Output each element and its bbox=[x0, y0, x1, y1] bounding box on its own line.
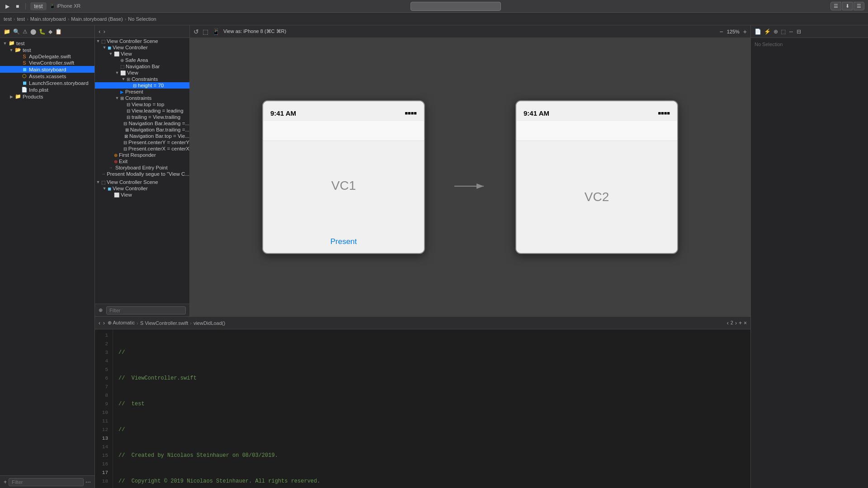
swift-icon: S bbox=[21, 54, 28, 59]
nav-folder-icon[interactable]: 📁 bbox=[4, 28, 10, 35]
nav-forward-btn[interactable]: › bbox=[103, 28, 105, 35]
editor-breadcrumb-automatic[interactable]: ⊕ Automatic bbox=[108, 320, 135, 326]
scene-safearea[interactable]: ⊕ Safe Area bbox=[95, 57, 189, 63]
scene-navtrailing[interactable]: ⊠ Navigation Bar.trailing =... bbox=[95, 127, 189, 133]
breadcrumb-mainstoryboard-base[interactable]: Main.storyboard (Base) bbox=[71, 16, 123, 22]
canvas-content[interactable]: 9:41 AM ■■■■ VC1 Present bbox=[190, 38, 750, 316]
scene-viewleading[interactable]: ⊟ View.leading = leading bbox=[95, 108, 189, 114]
scene-presentcentery[interactable]: ⊟ Present.centerY = centerY bbox=[95, 139, 189, 145]
vc1-present-text[interactable]: Present bbox=[330, 237, 357, 246]
inspector-quick-btn[interactable]: ⚡ bbox=[764, 28, 771, 35]
filter-options-button[interactable]: ⋯ bbox=[85, 479, 91, 485]
editor-close-btn[interactable]: × bbox=[744, 320, 747, 326]
breadcrumb-test2[interactable]: test bbox=[17, 16, 25, 22]
editor-nav-next[interactable]: › bbox=[103, 320, 105, 326]
canvas-refresh-btn[interactable]: ↺ bbox=[193, 28, 199, 35]
scene-presentcenterx[interactable]: ⊟ Present.centerX = centerX bbox=[95, 145, 189, 152]
scene-view1[interactable]: ▼ ⬜ View bbox=[95, 51, 189, 57]
vc2-body: VC2 bbox=[516, 141, 677, 253]
scene-filter-input[interactable] bbox=[106, 306, 186, 314]
editor-breadcrumb-file[interactable]: S ViewController.swift bbox=[140, 320, 188, 326]
scene-view-inner[interactable]: ▼ ⬜ View bbox=[95, 70, 189, 76]
inspector-toggle[interactable]: ☰ bbox=[854, 2, 864, 10]
scene-present[interactable]: ▶ Present bbox=[95, 89, 189, 95]
scene-vc1[interactable]: ▼ ◼ View Controller bbox=[95, 44, 189, 51]
add-file-button[interactable]: + bbox=[4, 479, 7, 485]
tree-item-launchscreen[interactable]: ◼ LaunchScreen.storyboard bbox=[0, 80, 94, 86]
scene-icon-present: ▶ bbox=[120, 89, 124, 94]
stop-button[interactable]: ■ bbox=[14, 2, 21, 10]
breadcrumb-no-selection[interactable]: No Selection bbox=[128, 16, 156, 22]
nav-warning-icon[interactable]: ⚠ bbox=[23, 28, 28, 35]
breadcrumb-mainstoryboard[interactable]: Main.storyboard bbox=[30, 16, 66, 22]
scene-arrow-vc2: ▼ bbox=[101, 186, 108, 191]
scene-vc-scene1[interactable]: ▼ ⬚ View Controller Scene bbox=[95, 38, 189, 44]
tree-item-test-folder[interactable]: ▼ 📂 test bbox=[0, 47, 94, 53]
scene-height-constraint[interactable]: ⊟ height = 70 bbox=[95, 82, 189, 89]
editor-breadcrumb-func[interactable]: viewDidLoad() bbox=[193, 320, 225, 326]
tree-item-viewcontroller[interactable]: S ViewController.swift bbox=[0, 60, 94, 66]
scene-label-presentcx: Present.centerX = centerX bbox=[128, 146, 189, 151]
scene-constraints-group[interactable]: ▼ ⊞ Constraints bbox=[95, 76, 189, 82]
scene-firstresponder[interactable]: ⊕ First Responder bbox=[95, 152, 189, 158]
tree-item-assets[interactable]: ⬡ Assets.xcassets bbox=[0, 73, 94, 80]
inspector-content: No Selection bbox=[751, 38, 868, 51]
scene-view2[interactable]: ⬜ View bbox=[95, 192, 189, 198]
zoom-out-btn[interactable]: − bbox=[719, 28, 723, 35]
scene-vc2[interactable]: ▼ ◼ View Controller bbox=[95, 185, 189, 192]
breadcrumb-test1[interactable]: test bbox=[4, 16, 12, 22]
scheme-selector[interactable]: test bbox=[30, 2, 46, 10]
inspector-identity-btn[interactable]: ⊕ bbox=[774, 28, 778, 35]
canvas-layout-btn[interactable]: ⬚ bbox=[203, 28, 208, 35]
tree-item-infoplist[interactable]: 📄 Info.plist bbox=[0, 86, 94, 93]
editor-nav-prev[interactable]: ‹ bbox=[99, 320, 100, 326]
debug-toggle[interactable]: ⬇ bbox=[842, 2, 853, 10]
scene-vc-scene2[interactable]: ▼ ⬚ View Controller Scene bbox=[95, 179, 189, 185]
scene-viewtop[interactable]: ⊟ View.top = top bbox=[95, 101, 189, 108]
vc1-container: 9:41 AM ■■■■ VC1 Present bbox=[262, 100, 425, 254]
navigator-toggle[interactable]: ☰ bbox=[830, 2, 841, 10]
navigator-header: 📁 🔍 ⚠ ⬤ 🐛 ◆ 📋 bbox=[0, 25, 94, 38]
scene-present-segue[interactable]: → Present Modally segue to "View C... bbox=[95, 171, 189, 177]
editor-add-btn[interactable]: + bbox=[739, 320, 742, 326]
tree-item-appdelegate[interactable]: S AppDelegate.swift bbox=[0, 53, 94, 60]
inspector-file-btn[interactable]: 📄 bbox=[755, 28, 761, 35]
nav-search-icon[interactable]: 🔍 bbox=[13, 28, 20, 35]
nav-test-icon[interactable]: ⬤ bbox=[30, 28, 36, 35]
editor-jump-next[interactable]: › bbox=[735, 320, 737, 326]
vc2-mockup: 9:41 AM ■■■■ VC2 bbox=[515, 100, 678, 254]
folder-open-icon: 📂 bbox=[14, 47, 22, 53]
vc1-label: VC1 bbox=[331, 141, 356, 230]
nav-breakpoint-icon[interactable]: ◆ bbox=[48, 28, 52, 35]
inspector-size-btn[interactable]: ↔ bbox=[788, 28, 794, 35]
filter-input[interactable] bbox=[9, 478, 84, 486]
breadcrumb-sep3: › bbox=[68, 16, 70, 22]
scene-trailing[interactable]: ⊟ trailing = View.trailing bbox=[95, 114, 189, 120]
scene-navbar[interactable]: ⬚ Navigation Bar bbox=[95, 63, 189, 70]
inspector-attr-btn[interactable]: ⬚ bbox=[781, 28, 786, 35]
zoom-in-btn[interactable]: + bbox=[743, 28, 747, 35]
scene-navtop[interactable]: ⊠ Navigation Bar.top = Vie... bbox=[95, 133, 189, 139]
editor-nav-arrows: ‹ 2 › + × bbox=[727, 320, 747, 326]
search-input[interactable] bbox=[410, 2, 501, 11]
code-line-5: // Created by Nicolaos Steinhauer on 08/… bbox=[118, 451, 750, 460]
scene-storyboard-entry[interactable]: → Storyboard Entry Point bbox=[95, 164, 189, 171]
tree-item-mainstoryboard[interactable]: ◼ Main.storyboard bbox=[0, 66, 94, 73]
code-line-3: // test bbox=[118, 400, 750, 408]
scene-exit[interactable]: ⊕ Exit bbox=[95, 158, 189, 164]
scene-navleading[interactable]: ⊟ Navigation Bar.leading =... bbox=[95, 120, 189, 127]
editor-jump-prev[interactable]: ‹ bbox=[727, 320, 729, 326]
scene-constraints2[interactable]: ▼ ⊞ Constraints bbox=[95, 95, 189, 101]
code-area[interactable]: // // ViewController.swift // test // //… bbox=[113, 329, 750, 488]
tree-item-products[interactable]: ▶ 📁 Products bbox=[0, 93, 94, 100]
scene-label-present: Present bbox=[125, 89, 143, 94]
nav-report-icon[interactable]: 📋 bbox=[55, 28, 62, 35]
tree-item-root-test[interactable]: ▼ 📁 test bbox=[0, 40, 94, 47]
run-button[interactable]: ▶ bbox=[4, 2, 11, 10]
inspector-connect-btn[interactable]: ⊟ bbox=[797, 28, 801, 35]
canvas-phone-btn[interactable]: 📱 bbox=[212, 28, 220, 35]
nav-back-btn[interactable]: ‹ bbox=[99, 28, 100, 35]
nav-debug-icon[interactable]: 🐛 bbox=[39, 28, 46, 35]
scene-icon-viewleading: ⊟ bbox=[127, 108, 130, 113]
vc2-label: VC2 bbox=[585, 141, 609, 253]
